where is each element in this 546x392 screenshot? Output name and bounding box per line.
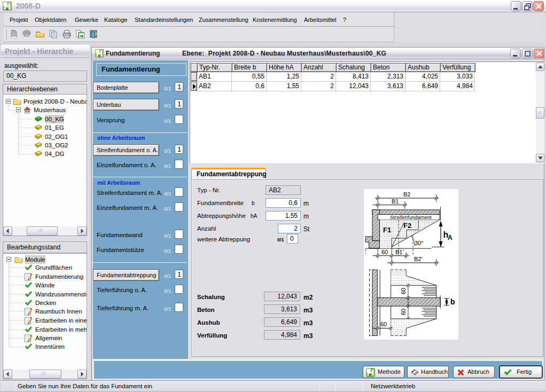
svg-text:60: 60: [380, 321, 387, 327]
svg-text:M: M: [6, 7, 9, 11]
svg-text:F2: F2: [403, 222, 411, 230]
svg-text:B1: B1: [392, 198, 399, 205]
svg-text:M: M: [98, 54, 100, 58]
svg-text:30°: 30°: [415, 240, 424, 246]
svg-text:B2: B2: [403, 191, 410, 198]
svg-text:M: M: [369, 373, 371, 377]
svg-text:A: A: [448, 234, 453, 241]
svg-text:Streifenfundament: Streifenfundament: [390, 214, 432, 220]
svg-text:B1': B1': [395, 249, 404, 255]
svg-text:60: 60: [381, 249, 388, 255]
svg-text:F1: F1: [383, 226, 391, 234]
svg-text:b: b: [450, 297, 455, 306]
svg-text:60: 60: [400, 288, 407, 294]
svg-text:60: 60: [400, 309, 407, 315]
svg-text:B2': B2': [414, 256, 423, 262]
